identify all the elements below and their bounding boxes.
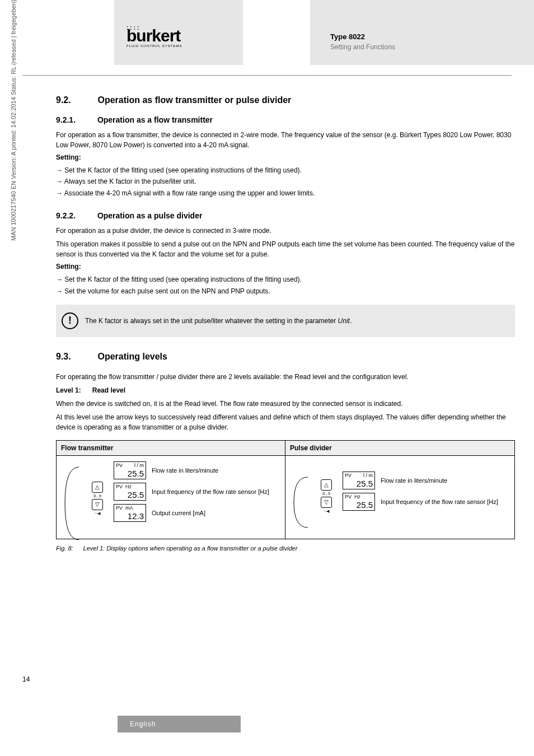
bullet-item: Associate the 4-20 mA signal with a flow… xyxy=(56,188,515,199)
display-row: PV mA 12.3 Output current [mA] xyxy=(114,504,269,522)
brand-logo: :::: burkert FLUID CONTROL SYSTEMS xyxy=(127,25,182,48)
level-line: Level 1: Read level xyxy=(56,385,515,395)
display-row: l / m PV 25.5 Flow rate in liters/minute xyxy=(114,461,269,479)
display-row: l / m PV 25.5 Flow rate in liters/minute xyxy=(343,472,498,489)
type-label: Type 8022 xyxy=(330,32,534,41)
lcd-display: l / m PV 25.5 xyxy=(114,461,146,479)
arrow-keys: △ 0...9 ▽ ···◀ xyxy=(317,472,336,514)
side-print-info: MAN 1000217540 EN Version: A printed: 14… xyxy=(10,0,17,241)
note-box: ! The K factor is always set in the unit… xyxy=(56,305,515,337)
bullet-item: Set the volume for each pulse sent out o… xyxy=(56,286,515,297)
header-rule xyxy=(22,75,512,76)
display-options-table: Flow transmitter Pulse divider △ 0. xyxy=(56,440,515,539)
section-number: 9.2. xyxy=(56,95,95,105)
up-key-sub: 0...9 xyxy=(93,494,101,498)
display-stack: l / m PV 25.5 Flow rate in liters/minute… xyxy=(114,461,269,522)
lcd-display: PV Hz 25.5 xyxy=(343,493,375,511)
paragraph: For operation as a flow transmitter, the… xyxy=(56,130,515,150)
bullet-item: Always set the K factor in the pulse/lit… xyxy=(56,176,515,187)
section-9-2-1-heading: 9.2.1. Operation as a flow transmitter xyxy=(56,115,515,124)
paragraph: When the device is switched on, it is at… xyxy=(56,399,515,409)
paragraph: For operating the flow transmitter / pul… xyxy=(56,372,515,382)
section-number: 9.3. xyxy=(56,352,95,362)
content-area: 9.2. Operation as flow transmitter or pu… xyxy=(56,90,515,552)
footer-language-tab: English xyxy=(118,716,241,732)
section-title: Operating levels xyxy=(97,352,167,361)
connector-curve xyxy=(62,461,81,522)
section-title: Operation as flow transmitter or pulse d… xyxy=(97,95,291,105)
pulse-divider-cell: △ 0...9 ▽ ···◀ l / m PV 25.5 xyxy=(285,456,514,539)
lcd-display: l / m PV 25.5 xyxy=(343,472,375,489)
brand-name: burkert xyxy=(127,26,180,45)
paragraph: For operation as a pulse divider, the de… xyxy=(56,226,515,236)
display-description: Input frequency of the flow rate sensor … xyxy=(381,498,498,506)
down-key-icon: ▽ xyxy=(321,497,332,508)
subsection-title: Operation as a pulse divider xyxy=(97,211,203,220)
header-right-block: Type 8022 Setting and Functions xyxy=(310,0,534,65)
display-stack: l / m PV 25.5 Flow rate in liters/minute… xyxy=(343,472,498,511)
up-key-sub: 0...9 xyxy=(322,492,330,496)
down-key-sub: ···◀ xyxy=(95,511,101,516)
arrow-keys: △ 0...9 ▽ ···◀ xyxy=(88,461,107,516)
lcd-display: PV mA 12.3 xyxy=(114,504,146,522)
up-key-icon: △ xyxy=(321,479,332,491)
display-row: PV Hz 25.5 Input frequency of the flow r… xyxy=(114,483,269,501)
paragraph: At this level use the arrow keys to succ… xyxy=(56,412,515,432)
note-text: The K factor is always set in the unit p… xyxy=(85,317,352,325)
display-description: Flow rate in liters/minute xyxy=(152,466,218,474)
table-body-row: △ 0...9 ▽ ···◀ l / m PV 25.5 xyxy=(57,456,514,539)
subsection-number: 9.2.2. xyxy=(56,211,95,220)
up-key-icon: △ xyxy=(92,482,103,493)
col-header-flow-transmitter: Flow transmitter xyxy=(57,441,285,455)
down-key-sub: ···◀ xyxy=(324,509,330,514)
table-header-row: Flow transmitter Pulse divider xyxy=(57,441,514,456)
subsection-number: 9.2.1. xyxy=(56,115,95,124)
warning-icon: ! xyxy=(62,312,78,329)
page-number: 14 xyxy=(22,675,30,683)
section-9-3-heading: 9.3. Operating levels xyxy=(56,352,515,362)
section-9-2-2-heading: 9.2.2. Operation as a pulse divider xyxy=(56,211,515,220)
top-bar: Type 8022 Setting and Functions :::: bur… xyxy=(0,0,534,65)
bullet-item: Set the K factor of the fitting used (se… xyxy=(56,165,515,176)
display-row: PV Hz 25.5 Input frequency of the flow r… xyxy=(343,493,498,511)
brand-tagline: FLUID CONTROL SYSTEMS xyxy=(127,44,182,48)
setting-label: Setting: xyxy=(56,153,515,161)
display-description: Output current [mA] xyxy=(152,509,205,517)
subsection-title: Operation as a flow transmitter xyxy=(97,115,213,124)
lcd-display: PV Hz 25.5 xyxy=(114,483,146,501)
section-9-2-heading: 9.2. Operation as flow transmitter or pu… xyxy=(56,95,515,105)
paragraph: This operation makes it possible to send… xyxy=(56,239,515,259)
flow-transmitter-cell: △ 0...9 ▽ ···◀ l / m PV 25.5 xyxy=(57,456,285,539)
page: Type 8022 Setting and Functions :::: bur… xyxy=(0,0,534,756)
display-description: Input frequency of the flow rate sensor … xyxy=(152,488,269,496)
figure-caption: Fig. 8:Level 1: Display options when ope… xyxy=(56,545,515,552)
header-subtitle: Setting and Functions xyxy=(330,43,534,51)
col-header-pulse-divider: Pulse divider xyxy=(285,441,514,455)
bullet-item: Set the K factor of the fitting used (se… xyxy=(56,274,515,285)
connector-curve xyxy=(291,472,310,533)
display-description: Flow rate in liters/minute xyxy=(381,477,447,484)
setting-label: Setting: xyxy=(56,263,515,270)
down-key-icon: ▽ xyxy=(92,499,103,510)
